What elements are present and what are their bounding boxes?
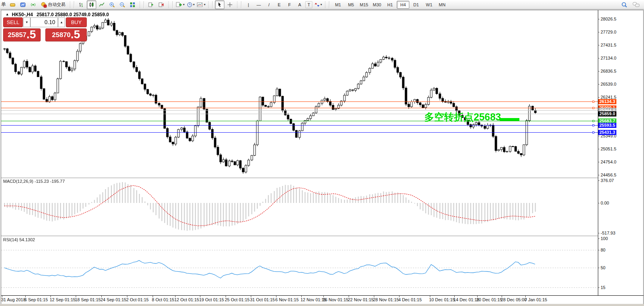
draw-tools-group: |—/EFAT xyxy=(244,0,312,9)
timeframe-h4[interactable]: H4 xyxy=(397,1,409,9)
candlestick-mode-button[interactable] xyxy=(87,0,96,9)
equidistant-channel-tool[interactable]: E xyxy=(274,0,284,9)
hline-25859.0[interactable] xyxy=(1,114,598,114)
timeframe-m15[interactable]: M15 xyxy=(358,1,370,9)
chart-forward-icon[interactable] xyxy=(146,0,156,9)
sell-price[interactable]: 25857.5 xyxy=(3,28,41,41)
line-handle[interactable] xyxy=(592,131,594,133)
sell-button[interactable]: SELL xyxy=(3,17,23,27)
date-tick-label: 31 Aug 2018 xyxy=(1,297,26,302)
price-tick xyxy=(598,97,599,98)
line-handle[interactable] xyxy=(592,124,594,126)
search-icon[interactable] xyxy=(620,0,629,9)
price-tick xyxy=(598,84,599,84)
rsi-tick xyxy=(598,250,599,250)
hline-25593.5[interactable] xyxy=(1,125,598,126)
macd-tick xyxy=(598,180,599,181)
chart-shift-icon[interactable] xyxy=(157,0,166,9)
mt4-window: 单 自动交易 ▾ ▾ ▾ |—/EFAT ▾ M1M5M15M30H1H4D1W… xyxy=(0,0,644,306)
rsi-label: RSI(14) 54.1302 xyxy=(3,237,35,242)
timeframe-m1[interactable]: M1 xyxy=(332,1,344,9)
price-tick-label: 27729.0 xyxy=(601,30,616,34)
line-handle[interactable] xyxy=(592,107,594,109)
timeframe-d1[interactable]: D1 xyxy=(410,1,422,9)
one-click-collapse-arrow[interactable]: ▲ xyxy=(6,12,9,16)
signal-icon[interactable] xyxy=(28,0,38,9)
volume-input[interactable]: 0.10 xyxy=(30,17,58,27)
price-tick xyxy=(598,45,599,45)
price-label-25593.5: 25593.5 xyxy=(598,123,616,128)
autotrading-button[interactable]: 自动交易 xyxy=(39,0,67,9)
pivot-annotation-text[interactable]: 多空转折点25683 xyxy=(424,111,501,124)
one-click-trading-panel: SELL ▼ 0.10 ▲ BUY 25857.5 25870.5 xyxy=(3,17,87,41)
volume-decrease-button[interactable]: ▼ xyxy=(23,17,30,27)
date-tick-label: 20 Dec 01:15 xyxy=(476,297,502,302)
main-toolbar: 单 自动交易 ▾ ▾ ▾ |—/EFAT ▾ M1M5M15M30H1H4D1W… xyxy=(0,0,644,9)
zoom-in-button[interactable] xyxy=(107,0,117,9)
price-chart-canvas[interactable] xyxy=(1,11,598,177)
rsi-tick-label: 80 xyxy=(601,248,605,252)
hline-26134.3[interactable] xyxy=(1,101,598,102)
price-tick-label: 24754.0 xyxy=(601,160,616,164)
date-tick-label: 24 Sep 01:15 xyxy=(101,297,126,302)
buy-button[interactable]: BUY xyxy=(66,17,87,27)
crosshair-tool[interactable] xyxy=(225,0,235,9)
price-tick xyxy=(598,136,599,136)
template-button[interactable]: ▾ xyxy=(196,0,206,9)
fibonacci-tool[interactable]: F xyxy=(285,0,294,9)
timeframe-w1[interactable]: W1 xyxy=(423,1,435,9)
hline-25431.3[interactable] xyxy=(1,132,598,133)
add-indicator-button[interactable]: ▾ xyxy=(175,0,185,9)
timeframe-mn[interactable]: MN xyxy=(436,1,448,9)
text-label-tool[interactable]: T xyxy=(305,1,312,8)
price-tick xyxy=(598,149,599,149)
date-tick-label: 8 Oct 01:15 xyxy=(152,297,174,302)
hline-25990.1[interactable] xyxy=(1,108,598,108)
rsi-tick xyxy=(598,238,599,239)
price-axis-border xyxy=(598,10,598,296)
pivot-highlight-segment[interactable] xyxy=(500,118,519,121)
price-tick xyxy=(598,19,599,19)
cursor-tool[interactable] xyxy=(215,0,224,9)
timeframe-m30[interactable]: M30 xyxy=(371,1,383,9)
period-clock-button[interactable]: ▾ xyxy=(186,0,195,9)
new-order-button-truncated[interactable]: 单 xyxy=(0,1,7,8)
rsi-canvas[interactable] xyxy=(1,237,598,295)
arrows-tool[interactable]: ▾ xyxy=(313,0,323,9)
price-tick-label: 24456.5 xyxy=(601,173,616,177)
market-watch-icon[interactable] xyxy=(18,0,28,9)
macd-tick-label: -517.93 xyxy=(601,231,615,235)
macd-canvas[interactable] xyxy=(1,178,598,235)
date-tick-label: 31 Oct 01:15 xyxy=(250,297,275,302)
rsi-tick xyxy=(598,287,599,288)
line-chart-mode-button[interactable] xyxy=(97,0,106,9)
zoom-out-button[interactable] xyxy=(118,0,127,9)
price-label-26134.3: 26134.3 xyxy=(598,99,616,104)
hline-25683.7[interactable] xyxy=(1,121,598,121)
macd-tick-label: 0.00 xyxy=(601,201,609,205)
date-tick-label: 28 Dec 05:00 xyxy=(501,297,526,302)
line-handle[interactable] xyxy=(592,120,594,122)
timeframe-h1[interactable]: H1 xyxy=(384,1,396,9)
text-tool[interactable]: A xyxy=(295,0,304,9)
hline-25944.0[interactable] xyxy=(1,110,598,111)
timeframe-m5[interactable]: M5 xyxy=(345,1,357,9)
date-tick-label: 16 Nov 01:15 xyxy=(323,297,348,302)
vertical-line-tool[interactable]: | xyxy=(244,0,253,9)
date-tick-label: 2 Oct 01:15 xyxy=(126,297,149,302)
date-tick-label: 7 Jan 01:15 xyxy=(525,297,547,302)
gold-ingot-icon[interactable] xyxy=(8,0,17,9)
window-bottom-strip xyxy=(0,304,644,306)
price-tick-label: 28026.5 xyxy=(601,17,616,21)
line-handle[interactable] xyxy=(592,101,594,103)
splitter-main-macd[interactable] xyxy=(1,178,598,178)
tile-windows-button[interactable] xyxy=(128,0,137,9)
trendline-tool[interactable]: / xyxy=(264,0,274,9)
horizontal-line-tool[interactable]: — xyxy=(254,0,263,9)
bar-chart-mode-button[interactable] xyxy=(77,0,86,9)
splitter-macd-rsi[interactable] xyxy=(1,236,598,237)
buy-price[interactable]: 25870.5 xyxy=(45,28,87,41)
price-tick xyxy=(598,32,599,32)
chat-icon[interactable] xyxy=(631,0,641,9)
volume-increase-button[interactable]: ▲ xyxy=(58,17,65,27)
